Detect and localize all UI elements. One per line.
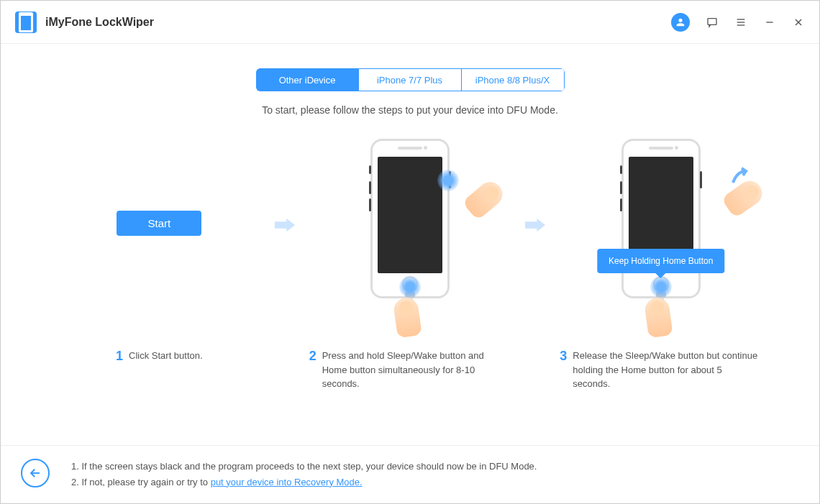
power-touch-icon bbox=[437, 170, 459, 191]
step-captions: 1 Click Start button. 2 Press and hold S… bbox=[1, 349, 819, 391]
step-text: Click Start button. bbox=[129, 349, 203, 391]
home-touch-icon bbox=[650, 276, 672, 298]
phone-illustration-2 bbox=[370, 139, 450, 298]
arrow-icon bbox=[525, 218, 545, 235]
steps-row: Start bbox=[1, 139, 819, 298]
titlebar: iMyFone LockWiper bbox=[1, 1, 819, 44]
app-title: iMyFone LockWiper bbox=[45, 16, 154, 29]
menu-icon[interactable] bbox=[734, 16, 747, 29]
device-tabs: Other iDevice iPhone 7/7 Plus iPhone 8/8… bbox=[256, 68, 565, 91]
caption-2: 2 Press and hold Sleep/Wake button and H… bbox=[295, 349, 526, 391]
phone-illustration-3: Keep Holding Home Button bbox=[621, 139, 701, 298]
app-window: iMyFone LockWiper Other iDevice iPhone 7… bbox=[0, 0, 820, 504]
main-content: Other iDevice iPhone 7/7 Plus iPhone 8/8… bbox=[1, 44, 819, 445]
footer-notes: 1. If the screen stays black and the pro… bbox=[71, 459, 537, 490]
release-arrow-icon bbox=[730, 167, 752, 188]
tab-iphone8x[interactable]: iPhone 8/8 Plus/X bbox=[462, 68, 565, 91]
footer-note-1: 1. If the screen stays black and the pro… bbox=[71, 459, 537, 475]
step-text: Release the Sleep/Wake button but contin… bbox=[573, 349, 762, 391]
back-button[interactable] bbox=[21, 459, 50, 487]
finger-home-icon bbox=[643, 296, 673, 338]
user-account-icon[interactable] bbox=[671, 13, 690, 32]
titlebar-controls bbox=[671, 13, 805, 32]
footer: 1. If the screen stays black and the pro… bbox=[1, 445, 819, 503]
tab-iphone7[interactable]: iPhone 7/7 Plus bbox=[359, 68, 462, 91]
caption-1: 1 Click Start button. bbox=[44, 349, 275, 391]
step-number: 1 bbox=[116, 349, 123, 391]
step2-col bbox=[295, 139, 526, 298]
finger-home-icon bbox=[393, 296, 422, 338]
tooltip: Keep Holding Home Button bbox=[597, 249, 724, 273]
feedback-icon[interactable] bbox=[706, 16, 719, 29]
tab-other-idevice[interactable]: Other iDevice bbox=[256, 68, 359, 91]
finger-power-icon bbox=[462, 177, 507, 221]
app-logo-icon bbox=[15, 12, 37, 33]
minimize-icon[interactable] bbox=[763, 16, 776, 29]
step-number: 3 bbox=[560, 349, 567, 391]
footer-note-2: 2. If not, please try again or try to pu… bbox=[71, 475, 537, 490]
svg-rect-0 bbox=[708, 18, 716, 24]
close-icon[interactable] bbox=[792, 16, 805, 29]
instruction-text: To start, please follow the steps to put… bbox=[262, 104, 558, 116]
start-button[interactable]: Start bbox=[117, 211, 201, 236]
step-text: Press and hold Sleep/Wake button and Hom… bbox=[322, 349, 511, 391]
step3-col: Keep Holding Home Button bbox=[545, 139, 776, 298]
home-touch-icon bbox=[399, 276, 421, 298]
recovery-mode-link[interactable]: put your device into Recovery Mode. bbox=[211, 477, 363, 487]
caption-3: 3 Release the Sleep/Wake button but cont… bbox=[545, 349, 776, 391]
arrow-icon bbox=[275, 218, 295, 235]
step-number: 2 bbox=[309, 349, 316, 391]
step1-col: Start bbox=[44, 139, 275, 236]
